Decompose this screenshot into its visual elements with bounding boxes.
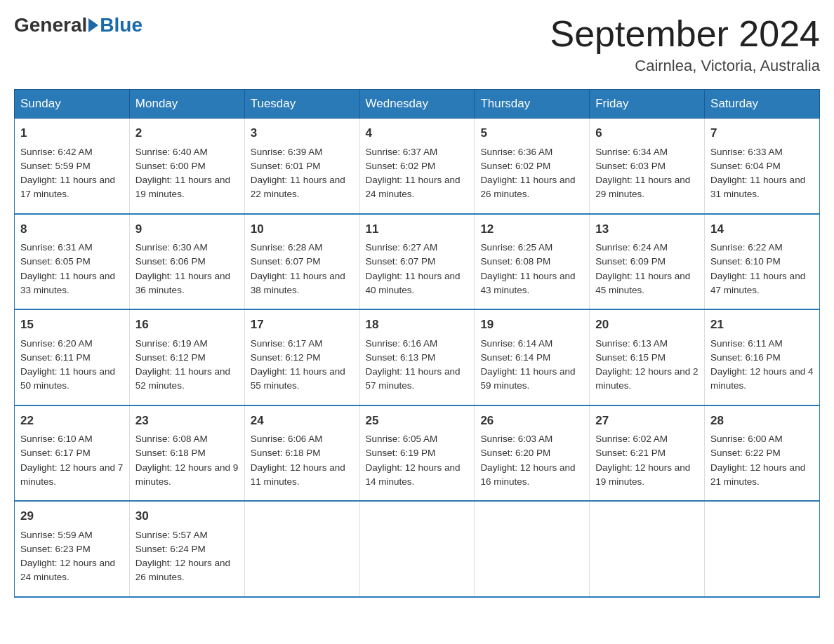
- calendar-cell: 15Sunrise: 6:20 AMSunset: 6:11 PMDayligh…: [15, 309, 130, 405]
- day-number: 9: [135, 220, 239, 239]
- logo-blue-text: Blue: [100, 14, 143, 36]
- day-number: 11: [366, 220, 469, 239]
- title-area: September 2024 Cairnlea, Victoria, Austr…: [550, 14, 821, 75]
- calendar-cell: 11Sunrise: 6:27 AMSunset: 6:07 PMDayligh…: [359, 214, 475, 310]
- calendar-cell: 26Sunrise: 6:03 AMSunset: 6:20 PMDayligh…: [475, 405, 590, 502]
- calendar-cell: 13Sunrise: 6:24 AMSunset: 6:09 PMDayligh…: [590, 214, 705, 310]
- calendar-cell: [705, 501, 820, 597]
- col-monday: Monday: [129, 90, 244, 119]
- day-number: 27: [595, 412, 699, 430]
- calendar-row: 29Sunrise: 5:59 AMSunset: 6:23 PMDayligh…: [15, 501, 820, 597]
- day-number: 29: [20, 507, 124, 525]
- calendar-cell: 28Sunrise: 6:00 AMSunset: 6:22 PMDayligh…: [705, 405, 820, 502]
- calendar-cell: 21Sunrise: 6:11 AMSunset: 6:16 PMDayligh…: [705, 309, 820, 405]
- calendar-cell: 23Sunrise: 6:08 AMSunset: 6:18 PMDayligh…: [129, 405, 244, 502]
- calendar-cell: 5Sunrise: 6:36 AMSunset: 6:02 PMDaylight…: [475, 119, 590, 214]
- day-number: 21: [710, 316, 814, 334]
- day-number: 7: [710, 124, 814, 142]
- logo-general-text: General: [14, 14, 87, 36]
- calendar-cell: 3Sunrise: 6:39 AMSunset: 6:01 PMDaylight…: [244, 119, 359, 214]
- logo-blue-part: Blue: [87, 14, 143, 36]
- col-sunday: Sunday: [15, 90, 130, 119]
- calendar-cell: 22Sunrise: 6:10 AMSunset: 6:17 PMDayligh…: [15, 405, 130, 502]
- day-number: 22: [20, 412, 124, 430]
- calendar-cell: [359, 501, 475, 597]
- day-number: 16: [135, 316, 239, 334]
- calendar-cell: 6Sunrise: 6:34 AMSunset: 6:03 PMDaylight…: [590, 119, 705, 214]
- month-title: September 2024: [550, 14, 821, 54]
- day-number: 25: [366, 412, 469, 430]
- calendar-cell: [244, 501, 359, 597]
- day-number: 12: [480, 220, 583, 239]
- day-number: 23: [135, 412, 239, 430]
- calendar-cell: [475, 501, 590, 597]
- calendar-cell: 16Sunrise: 6:19 AMSunset: 6:12 PMDayligh…: [129, 309, 244, 405]
- day-number: 18: [366, 316, 469, 334]
- day-number: 20: [595, 316, 699, 334]
- day-number: 26: [480, 412, 583, 430]
- calendar-table: Sunday Monday Tuesday Wednesday Thursday…: [14, 89, 820, 598]
- day-number: 24: [251, 412, 354, 430]
- calendar-row: 15Sunrise: 6:20 AMSunset: 6:11 PMDayligh…: [15, 309, 820, 405]
- calendar-cell: 24Sunrise: 6:06 AMSunset: 6:18 PMDayligh…: [244, 405, 359, 502]
- day-number: 30: [135, 507, 239, 525]
- calendar-cell: 7Sunrise: 6:33 AMSunset: 6:04 PMDaylight…: [705, 119, 820, 214]
- day-number: 6: [595, 124, 699, 142]
- day-number: 5: [480, 124, 583, 142]
- col-saturday: Saturday: [705, 90, 820, 119]
- calendar-cell: 8Sunrise: 6:31 AMSunset: 6:05 PMDaylight…: [15, 214, 130, 310]
- day-number: 4: [366, 124, 469, 142]
- day-number: 13: [595, 220, 699, 239]
- day-number: 3: [251, 124, 354, 142]
- col-friday: Friday: [590, 90, 705, 119]
- logo-arrow-icon: [88, 18, 98, 32]
- location-text: Cairnlea, Victoria, Australia: [550, 57, 821, 75]
- day-number: 8: [20, 220, 124, 239]
- col-thursday: Thursday: [475, 90, 590, 119]
- day-number: 28: [710, 412, 814, 430]
- day-number: 1: [20, 124, 124, 142]
- header: General Blue September 2024 Cairnlea, Vi…: [14, 14, 820, 75]
- day-number: 10: [251, 220, 354, 239]
- calendar-cell: 29Sunrise: 5:59 AMSunset: 6:23 PMDayligh…: [15, 501, 130, 597]
- calendar-cell: 14Sunrise: 6:22 AMSunset: 6:10 PMDayligh…: [705, 214, 820, 310]
- day-number: 2: [135, 124, 239, 142]
- day-number: 19: [480, 316, 583, 334]
- calendar-cell: 17Sunrise: 6:17 AMSunset: 6:12 PMDayligh…: [244, 309, 359, 405]
- calendar-cell: 12Sunrise: 6:25 AMSunset: 6:08 PMDayligh…: [475, 214, 590, 310]
- day-number: 15: [20, 316, 124, 334]
- calendar-cell: 25Sunrise: 6:05 AMSunset: 6:19 PMDayligh…: [359, 405, 475, 502]
- calendar-cell: 1Sunrise: 6:42 AMSunset: 5:59 PMDaylight…: [15, 119, 130, 214]
- calendar-cell: 27Sunrise: 6:02 AMSunset: 6:21 PMDayligh…: [590, 405, 705, 502]
- calendar-cell: 30Sunrise: 5:57 AMSunset: 6:24 PMDayligh…: [129, 501, 244, 597]
- calendar-cell: 20Sunrise: 6:13 AMSunset: 6:15 PMDayligh…: [590, 309, 705, 405]
- day-number: 14: [710, 220, 814, 239]
- logo: General Blue: [14, 14, 143, 36]
- calendar-cell: 10Sunrise: 6:28 AMSunset: 6:07 PMDayligh…: [244, 214, 359, 310]
- calendar-cell: 4Sunrise: 6:37 AMSunset: 6:02 PMDaylight…: [359, 119, 475, 214]
- calendar-cell: 2Sunrise: 6:40 AMSunset: 6:00 PMDaylight…: [129, 119, 244, 214]
- calendar-cell: 9Sunrise: 6:30 AMSunset: 6:06 PMDaylight…: [129, 214, 244, 310]
- col-tuesday: Tuesday: [244, 90, 359, 119]
- calendar-cell: 19Sunrise: 6:14 AMSunset: 6:14 PMDayligh…: [475, 309, 590, 405]
- calendar-cell: 18Sunrise: 6:16 AMSunset: 6:13 PMDayligh…: [359, 309, 475, 405]
- header-row: Sunday Monday Tuesday Wednesday Thursday…: [15, 90, 820, 119]
- calendar-row: 1Sunrise: 6:42 AMSunset: 5:59 PMDaylight…: [15, 119, 820, 214]
- day-number: 17: [251, 316, 354, 334]
- calendar-row: 22Sunrise: 6:10 AMSunset: 6:17 PMDayligh…: [15, 405, 820, 502]
- calendar-row: 8Sunrise: 6:31 AMSunset: 6:05 PMDaylight…: [15, 214, 820, 310]
- calendar-cell: [590, 501, 705, 597]
- col-wednesday: Wednesday: [359, 90, 475, 119]
